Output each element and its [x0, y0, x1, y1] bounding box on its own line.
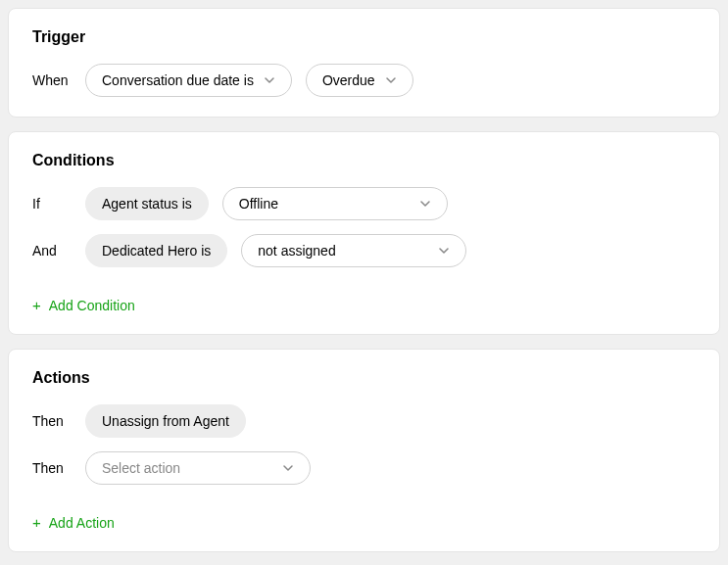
- action-prefix: Then: [32, 460, 72, 476]
- condition-field-label: Dedicated Hero is: [102, 243, 211, 259]
- trigger-prefix: When: [32, 72, 72, 88]
- condition-field-select[interactable]: Agent status is: [85, 187, 209, 220]
- add-condition-button[interactable]: + Add Condition: [32, 297, 135, 313]
- trigger-field-select[interactable]: Conversation due date is: [85, 64, 292, 97]
- action-row: Then Select action: [32, 451, 696, 485]
- conditions-card: Conditions If Agent status is Offline An…: [8, 131, 720, 335]
- add-action-label: Add Action: [49, 515, 115, 531]
- action-placeholder-select[interactable]: Select action: [85, 451, 311, 485]
- chevron-down-icon: [264, 74, 275, 86]
- action-field-select[interactable]: Unassign from Agent: [85, 404, 246, 438]
- trigger-row: When Conversation due date is Overdue: [32, 64, 696, 97]
- condition-value-select[interactable]: not assigned: [241, 234, 466, 267]
- condition-value-label: Offline: [239, 196, 278, 212]
- chevron-down-icon: [438, 245, 450, 257]
- trigger-value-select[interactable]: Overdue: [306, 64, 413, 97]
- action-row: Then Unassign from Agent: [32, 404, 696, 438]
- plus-icon: +: [32, 514, 41, 531]
- condition-prefix: And: [32, 243, 72, 259]
- actions-title: Actions: [32, 369, 696, 387]
- add-condition-label: Add Condition: [49, 298, 135, 313]
- trigger-title: Trigger: [32, 28, 696, 46]
- condition-value-select[interactable]: Offline: [222, 187, 448, 220]
- condition-field-select[interactable]: Dedicated Hero is: [85, 234, 227, 267]
- condition-field-label: Agent status is: [102, 196, 192, 212]
- chevron-down-icon: [419, 198, 431, 210]
- condition-prefix: If: [32, 196, 72, 212]
- chevron-down-icon: [385, 74, 397, 86]
- action-prefix: Then: [32, 413, 72, 429]
- condition-row: And Dedicated Hero is not assigned: [32, 234, 696, 267]
- trigger-value-label: Overdue: [322, 72, 375, 88]
- action-field-label: Unassign from Agent: [102, 413, 229, 429]
- action-placeholder-label: Select action: [102, 460, 180, 476]
- actions-card: Actions Then Unassign from Agent Then Se…: [8, 349, 720, 552]
- add-action-button[interactable]: + Add Action: [32, 514, 115, 531]
- condition-value-label: not assigned: [258, 243, 335, 259]
- chevron-down-icon: [282, 462, 294, 474]
- trigger-field-label: Conversation due date is: [102, 72, 254, 88]
- plus-icon: +: [32, 297, 41, 313]
- trigger-card: Trigger When Conversation due date is Ov…: [8, 8, 720, 118]
- conditions-title: Conditions: [32, 152, 696, 169]
- condition-row: If Agent status is Offline: [32, 187, 696, 220]
